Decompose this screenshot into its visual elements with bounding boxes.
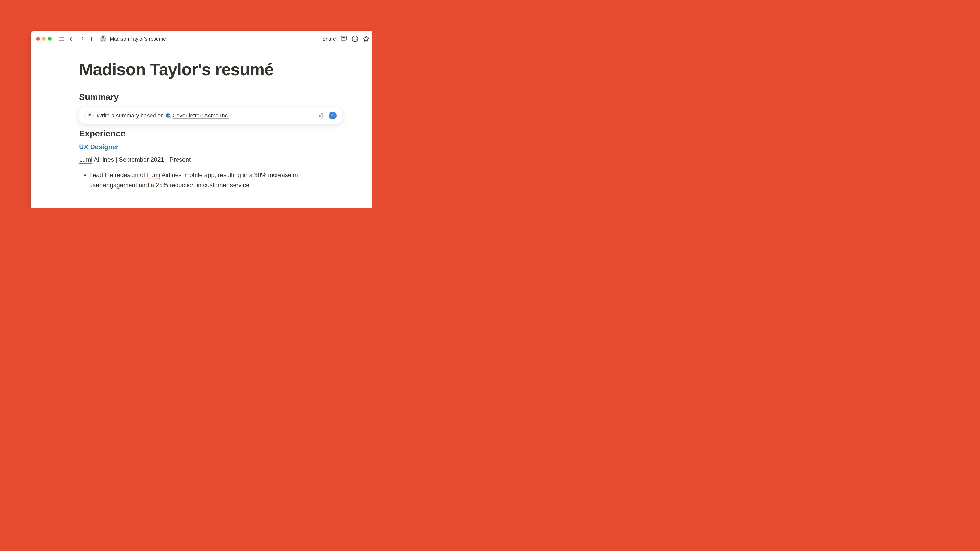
ai-prompt-bar[interactable]: Write a summary based on ACME Cover lett… [79, 107, 342, 124]
arrow-up-icon [331, 114, 335, 118]
plus-icon [89, 36, 94, 41]
hamburger-icon [59, 36, 64, 41]
company-name: Lumi [147, 171, 160, 178]
company-name: Lumi [79, 156, 92, 163]
mention-label: Cover letter: Acme Inc. [172, 112, 229, 119]
page-icon[interactable] [100, 35, 107, 42]
nav-controls [68, 35, 95, 43]
document-title[interactable]: Madison Taylor's resumé [79, 61, 368, 78]
favorite-button[interactable] [363, 35, 369, 42]
app-window: Madison Taylor's resumé Share Madison Ta… [30, 30, 372, 208]
back-button[interactable] [68, 35, 76, 43]
comment-icon [340, 35, 347, 42]
forward-button[interactable] [78, 35, 86, 43]
ai-prompt-text[interactable]: Write a summary based on ACME Cover lett… [97, 112, 315, 119]
svg-marker-13 [363, 36, 369, 41]
face-icon [100, 36, 106, 41]
sparkle-icon [86, 113, 92, 118]
summary-heading[interactable]: Summary [79, 92, 368, 102]
experience-bullets: Lead the redesign of Lumi Airlines' mobi… [79, 170, 368, 190]
minimize-window-button[interactable] [42, 37, 46, 41]
svg-line-14 [170, 117, 171, 118]
history-button[interactable] [352, 35, 358, 42]
link-arrow-icon [169, 116, 172, 119]
ai-sparkle-button[interactable] [84, 111, 94, 120]
svg-point-9 [103, 38, 104, 39]
ai-send-button[interactable] [329, 112, 337, 119]
job-title[interactable]: UX Designer [79, 143, 368, 151]
comments-button[interactable] [340, 35, 347, 42]
job-meta-rest: Airlines | September 2021 - Present [92, 156, 191, 163]
close-window-button[interactable] [36, 37, 40, 41]
list-item[interactable]: Lead the redesign of Lumi Airlines' mobi… [89, 170, 304, 190]
experience-heading[interactable]: Experience [79, 129, 368, 138]
bullet-prefix: Lead the redesign of [89, 171, 147, 178]
star-icon [363, 35, 369, 42]
svg-point-8 [102, 38, 103, 39]
ai-prompt-prefix: Write a summary based on [97, 112, 164, 119]
svg-point-7 [101, 37, 105, 41]
breadcrumb-title[interactable]: Madison Taylor's resumé [110, 36, 166, 42]
arrow-right-icon [79, 36, 84, 41]
toolbar-right: Share [322, 35, 372, 42]
share-button[interactable]: Share [322, 36, 336, 42]
job-meta-line[interactable]: Lumi Airlines | September 2021 - Present [79, 156, 368, 163]
mention-chip[interactable]: ACME Cover letter: Acme Inc. [165, 112, 229, 119]
traffic-lights [36, 37, 52, 41]
arrow-left-icon [69, 36, 75, 41]
maximize-window-button[interactable] [48, 37, 52, 41]
document-content: Madison Taylor's resumé Summary Write a … [30, 45, 372, 190]
mention-at-button[interactable]: @ [318, 112, 326, 119]
mention-page-icon: ACME [165, 113, 171, 118]
clock-icon [352, 35, 358, 42]
window-toolbar: Madison Taylor's resumé Share [30, 30, 372, 45]
new-page-button[interactable] [87, 35, 95, 43]
hamburger-menu-button[interactable] [57, 35, 65, 43]
